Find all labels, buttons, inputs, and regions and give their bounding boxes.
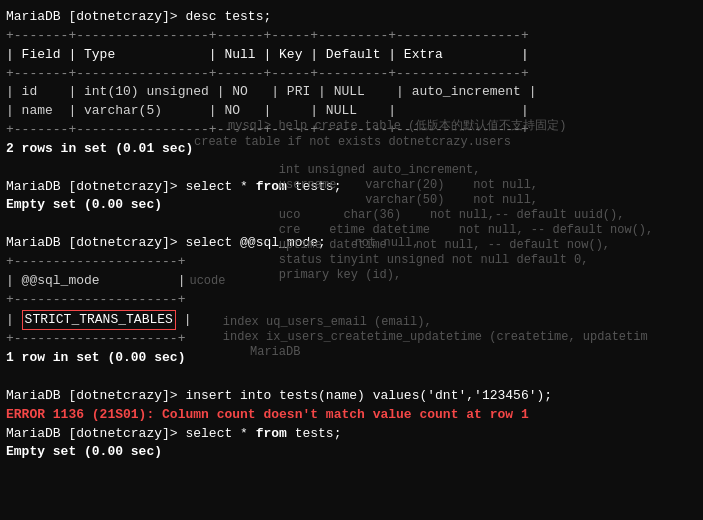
result-rows-2: 1 row in set (0.00 sec) <box>6 349 697 368</box>
strict-trans-tables-value: STRICT_TRANS_TABLES <box>22 310 176 331</box>
table-row-id: | id | int(10) unsigned | NO | PRI | NUL… <box>6 83 697 102</box>
line-select-from-tests-2: MariaDB [dotnetcrazy]> select * from tes… <box>6 425 697 444</box>
overlay-mariadb: MariaDB <box>250 345 300 359</box>
overlay-status: status tinyint unsigned not null default… <box>250 253 588 267</box>
overlay-pk: primary key (id), <box>250 268 401 282</box>
table-border-2: +-------+-----------------+------+-----+… <box>6 65 697 84</box>
overlay-uuid: uco char(36) not null,-- default uuid(), <box>250 208 624 222</box>
overlay-int: int unsigned auto_increment, <box>250 163 480 177</box>
table-border-sql-2: +---------------------+ <box>6 291 697 310</box>
overlay-comment-2: create table if not exists dotnetcrazy.u… <box>194 134 511 151</box>
table-border-1: +-------+-----------------+------+-----+… <box>6 27 697 46</box>
overlay-uptime: uptime datetime not null, -- default now… <box>250 238 610 252</box>
cmd-1: desc tests; <box>185 9 271 24</box>
terminal-window: MariaDB [dotnetcrazy]> desc tests; +----… <box>0 0 703 520</box>
table-header-1: | Field | Type | Null | Key | Default | … <box>6 46 697 65</box>
overlay-username: username varchar(20) not null, <box>250 178 538 192</box>
overlay-index-createtime: index ix_users_createtime_updatetime (cr… <box>194 330 648 344</box>
overlay-cr-datetime: cre etime datetime not null, -- default … <box>250 223 653 237</box>
result-empty-2: Empty set (0.00 sec) <box>6 443 697 462</box>
line-insert: MariaDB [dotnetcrazy]> insert into tests… <box>6 387 697 406</box>
prompt-1: MariaDB [dotnetcrazy]> <box>6 9 185 24</box>
overlay-varchar50: varchar(50) not null, <box>250 193 538 207</box>
error-line: ERROR 1136 (21S01): Column count doesn't… <box>6 406 697 425</box>
line-1: MariaDB [dotnetcrazy]> desc tests; <box>6 8 697 27</box>
overlay-index-email: index uq_users_email (email), <box>194 315 432 329</box>
overlay-comment-1: mysql> help create table (低版本的默认值不支持固定) <box>228 118 566 135</box>
blank-3 <box>6 368 697 387</box>
